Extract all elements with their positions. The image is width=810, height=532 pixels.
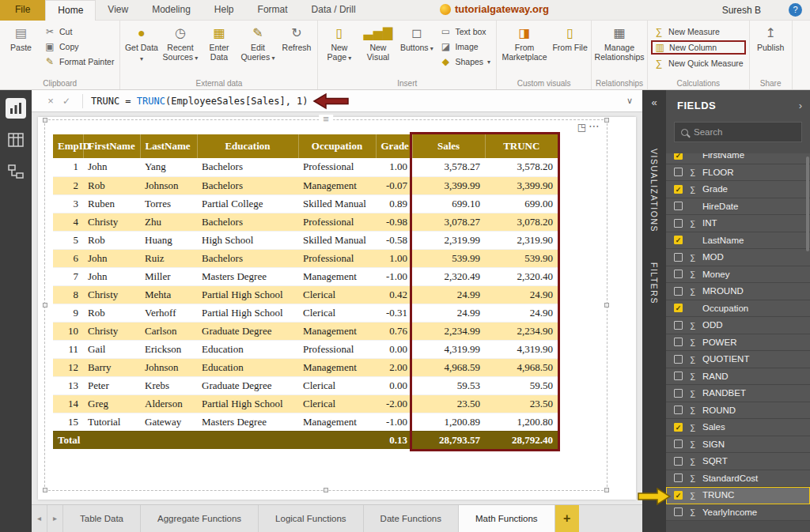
new-page-tab-button[interactable]: + bbox=[555, 505, 579, 532]
user-account[interactable]: Suresh B bbox=[722, 5, 761, 16]
field-checkbox[interactable]: ✓ bbox=[674, 185, 683, 194]
shapes-button[interactable]: ◆Shapes ▾ bbox=[437, 55, 493, 68]
ribbon-tab-view[interactable]: View bbox=[96, 0, 140, 21]
format-painter-button[interactable]: ✎Format Painter bbox=[42, 55, 116, 68]
field-item-trunc[interactable]: ✓∑TRUNC bbox=[666, 487, 810, 504]
formula-expand-button[interactable]: ∨ bbox=[626, 96, 633, 106]
image-button[interactable]: ◪Image bbox=[437, 40, 493, 53]
field-checkbox[interactable]: ✓ bbox=[674, 304, 683, 312]
new-column-button[interactable]: ▥New Column bbox=[651, 40, 746, 55]
new-visual-button[interactable]: ▃▅▇New Visual bbox=[358, 22, 397, 62]
field-item-randbet[interactable]: ∑RANDBET bbox=[666, 385, 810, 402]
visualizations-panel-tab[interactable]: VISUALIZATIONS bbox=[649, 149, 659, 232]
field-item-odd[interactable]: ∑ODD bbox=[666, 317, 810, 334]
new-quick-measure-button[interactable]: ∑New Quick Measure bbox=[651, 57, 746, 70]
formula-accept-button[interactable]: ✓ bbox=[59, 96, 74, 107]
page-tab-aggregate-functions[interactable]: Aggregate Functions bbox=[141, 505, 259, 532]
field-item-hiredate[interactable]: HireDate bbox=[666, 198, 810, 216]
refresh-button[interactable]: ↻Refresh bbox=[277, 22, 316, 54]
field-checkbox[interactable] bbox=[674, 457, 683, 466]
page-tab-table-data[interactable]: Table Data bbox=[63, 505, 141, 532]
text-box-button[interactable]: ▭Text box bbox=[437, 25, 493, 38]
get-data-button[interactable]: ●Get Data ▾ bbox=[122, 22, 161, 64]
publish-button[interactable]: ↥Publish bbox=[751, 22, 790, 54]
copy-button[interactable]: ▣Copy bbox=[42, 40, 116, 53]
field-checkbox[interactable] bbox=[674, 372, 683, 380]
expand-fields-icon[interactable]: › bbox=[799, 100, 802, 111]
field-item-int[interactable]: ∑INT bbox=[666, 215, 810, 232]
filters-panel-tab[interactable]: FILTERS bbox=[649, 262, 659, 304]
resize-handle[interactable] bbox=[604, 118, 609, 123]
column-header-empid[interactable]: EmpID bbox=[53, 134, 83, 158]
ribbon-tab-file[interactable]: File bbox=[0, 0, 45, 21]
field-item-mod[interactable]: ∑MOD bbox=[666, 249, 810, 266]
field-checkbox[interactable] bbox=[674, 219, 683, 228]
field-checkbox[interactable] bbox=[674, 507, 683, 516]
field-checkbox[interactable]: ✓ bbox=[674, 491, 683, 500]
field-item-rand[interactable]: ∑RAND bbox=[666, 368, 810, 386]
column-header-grade[interactable]: Grade bbox=[376, 134, 412, 158]
field-checkbox[interactable] bbox=[674, 474, 683, 482]
resize-handle[interactable] bbox=[604, 303, 609, 308]
field-item-money[interactable]: ∑Money bbox=[666, 266, 810, 284]
field-checkbox[interactable] bbox=[674, 168, 683, 176]
page-tab-date-functions[interactable]: Date Functions bbox=[364, 505, 459, 532]
field-item-firstname[interactable]: ✓FirstName bbox=[666, 153, 810, 164]
field-item-grade[interactable]: ✓∑Grade bbox=[666, 181, 810, 198]
search-input[interactable] bbox=[694, 127, 797, 137]
field-item-occupation[interactable]: ✓Occupation bbox=[666, 300, 810, 318]
buttons-button[interactable]: ◻Buttons ▾ bbox=[397, 22, 436, 55]
page-nav-right[interactable]: ▸ bbox=[47, 505, 63, 532]
ribbon-tab-home[interactable]: Home bbox=[45, 0, 96, 21]
ribbon-tab-data-drill[interactable]: Data / Drill bbox=[300, 0, 368, 21]
manage-relationships-button[interactable]: ▦Manage Relationships bbox=[593, 22, 645, 62]
column-header-firstname[interactable]: FirstName bbox=[83, 134, 140, 158]
field-checkbox[interactable]: ✓ bbox=[674, 153, 683, 160]
field-item-floor[interactable]: ∑FLOOR bbox=[666, 164, 810, 182]
data-view-icon[interactable] bbox=[6, 130, 26, 150]
model-view-icon[interactable] bbox=[6, 161, 26, 182]
field-checkbox[interactable] bbox=[674, 389, 683, 398]
resize-handle[interactable] bbox=[324, 488, 328, 492]
edit-queries-button[interactable]: ✎Edit Queries ▾ bbox=[238, 22, 277, 63]
field-checkbox[interactable] bbox=[674, 338, 683, 346]
ribbon-tab-modeling[interactable]: Modeling bbox=[140, 0, 202, 21]
column-header-lastname[interactable]: LastName bbox=[140, 134, 197, 158]
visual-drag-handle[interactable]: ≡ bbox=[319, 115, 333, 124]
field-checkbox[interactable] bbox=[674, 253, 683, 262]
resize-handle[interactable] bbox=[604, 488, 609, 492]
field-checkbox[interactable] bbox=[674, 406, 683, 414]
from-file-button[interactable]: ▯From File bbox=[551, 22, 589, 54]
new-measure-button[interactable]: ∑New Measure bbox=[651, 25, 746, 38]
page-tab-logical-functions[interactable]: Logical Functions bbox=[259, 505, 364, 532]
page-tab-math-functions[interactable]: Math Functions bbox=[459, 505, 555, 532]
field-checkbox[interactable]: ✓ bbox=[674, 236, 683, 244]
report-view-icon[interactable] bbox=[6, 98, 26, 119]
field-checkbox[interactable] bbox=[674, 202, 683, 210]
resize-handle[interactable] bbox=[43, 488, 47, 492]
field-item-quotient[interactable]: ∑QUOTIENT bbox=[666, 351, 810, 368]
new-page-button[interactable]: ▯New Page ▾ bbox=[320, 22, 358, 63]
ribbon-tab-help[interactable]: Help bbox=[202, 0, 246, 21]
help-button[interactable]: ? bbox=[789, 3, 802, 17]
cut-button[interactable]: ✂Cut bbox=[42, 25, 116, 38]
field-checkbox[interactable]: ✓ bbox=[674, 423, 683, 432]
field-item-round[interactable]: ∑ROUND bbox=[666, 402, 810, 420]
field-item-power[interactable]: ∑POWER bbox=[666, 334, 810, 352]
column-header-occupation[interactable]: Occupation bbox=[298, 134, 376, 158]
formula-input[interactable]: TRUNC = TRUNC(EmployeeSales[Sales], 1) bbox=[91, 96, 308, 107]
field-checkbox[interactable] bbox=[674, 321, 683, 330]
field-checkbox[interactable] bbox=[674, 270, 683, 278]
ribbon-tab-format[interactable]: Format bbox=[246, 0, 300, 21]
column-header-sales[interactable]: Sales bbox=[412, 134, 485, 158]
visual-more-options[interactable]: ⋯ bbox=[589, 119, 600, 132]
resize-handle[interactable] bbox=[43, 118, 47, 123]
paste-button[interactable]: ▤Paste bbox=[2, 22, 40, 54]
formula-cancel-button[interactable]: × bbox=[43, 95, 59, 107]
field-checkbox[interactable] bbox=[674, 287, 683, 296]
field-item-standardcost[interactable]: ∑StandardCost bbox=[666, 470, 810, 488]
field-item-yearlyincome[interactable]: ∑YearlyIncome bbox=[666, 504, 810, 522]
page-nav-left[interactable]: ◂ bbox=[32, 505, 47, 532]
collapse-panel-button[interactable]: « bbox=[642, 96, 666, 108]
field-item-lastname[interactable]: ✓LastName bbox=[666, 232, 810, 250]
